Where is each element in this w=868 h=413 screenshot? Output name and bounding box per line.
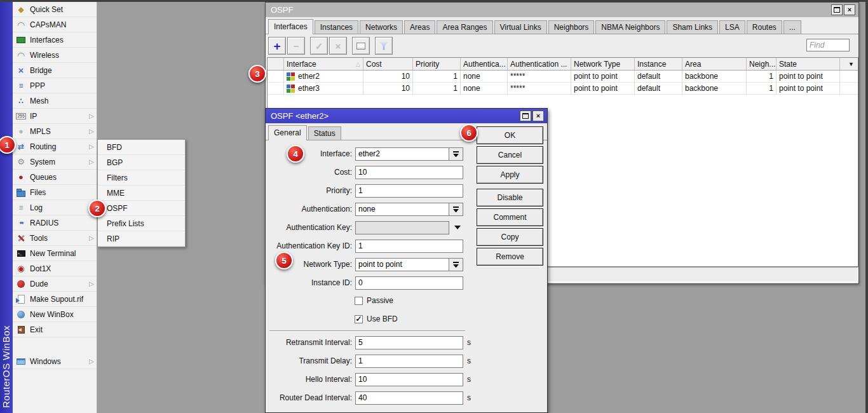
- sidebar-item-wireless[interactable]: Wireless: [13, 48, 97, 63]
- comment-button[interactable]: Comment: [477, 208, 543, 226]
- network-type-input[interactable]: [355, 258, 449, 271]
- sidebar-item-radius[interactable]: RADIUS: [13, 215, 97, 231]
- tab-areas[interactable]: Areas: [404, 20, 435, 34]
- comment-button[interactable]: [352, 37, 370, 55]
- authentication-key-id-input[interactable]: [355, 240, 463, 253]
- sidebar-item-mpls[interactable]: MPLS▷: [13, 124, 97, 139]
- authentication-input[interactable]: [355, 203, 449, 216]
- sidebar-item-dot1x[interactable]: Dot1X: [13, 261, 97, 276]
- header-instance[interactable]: Instance: [635, 58, 682, 70]
- sidebar-item-bridge[interactable]: Bridge: [13, 63, 97, 78]
- sidebar-item-capsman[interactable]: CAPsMAN: [13, 17, 97, 32]
- tab-virtual-links[interactable]: Virtual Links: [494, 20, 547, 34]
- maximize-button[interactable]: [520, 111, 531, 121]
- ospf-window-titlebar[interactable]: OSPF ×: [266, 3, 858, 17]
- tab-nbma-neighbors[interactable]: NBMA Neighbors: [595, 20, 665, 34]
- submenu-item-rip[interactable]: RIP: [98, 231, 185, 247]
- cost-input[interactable]: [355, 166, 463, 179]
- column-selector-button[interactable]: ▼: [840, 58, 857, 70]
- sidebar-item-windows[interactable]: Windows▷: [13, 354, 97, 369]
- retransmit-interval-input[interactable]: [355, 336, 463, 349]
- transmit-delay-input[interactable]: [355, 355, 463, 368]
- disable-button[interactable]: ×: [329, 37, 347, 55]
- close-button[interactable]: ×: [532, 111, 544, 121]
- interface-dropdown-button[interactable]: [449, 147, 463, 161]
- submenu-item-mme[interactable]: MME: [98, 186, 185, 201]
- field-authentication-key-id: Authentication Key ID:: [268, 239, 463, 253]
- sidebar-item-ip[interactable]: IP▷: [13, 109, 97, 124]
- hello-interval-input[interactable]: [355, 373, 463, 386]
- tab-routes[interactable]: Routes: [747, 20, 782, 34]
- sidebar-item-label: Queues: [30, 173, 57, 182]
- tab-instances[interactable]: Instances: [315, 20, 358, 34]
- tab-status[interactable]: Status: [308, 126, 341, 140]
- tab-networks[interactable]: Networks: [360, 20, 403, 34]
- use-bfd-checkbox[interactable]: [355, 315, 363, 323]
- router-dead-interval-input[interactable]: [355, 391, 463, 405]
- sidebar-item-routing[interactable]: Routing▷: [13, 139, 97, 154]
- header-priority[interactable]: Priority: [413, 58, 461, 70]
- find-input[interactable]: [806, 39, 850, 51]
- header-network-type[interactable]: Network Type: [571, 58, 635, 70]
- priority-input[interactable]: [355, 184, 463, 198]
- remove-button[interactable]: −: [287, 37, 305, 55]
- submenu-item-bfd[interactable]: BFD: [98, 140, 185, 155]
- submenu-item-filters[interactable]: Filters: [98, 170, 185, 186]
- authentication-dropdown-button[interactable]: [449, 203, 463, 216]
- enable-button[interactable]: ✓: [310, 37, 328, 55]
- sidebar-item-ppp[interactable]: PPP: [13, 78, 97, 93]
- apply-button[interactable]: Apply: [477, 166, 543, 184]
- sidebar-item-interfaces[interactable]: Interfaces: [13, 32, 97, 48]
- sidebar-item-quick-set[interactable]: Quick Set: [13, 2, 97, 17]
- add-button[interactable]: +: [268, 37, 286, 55]
- tab-more[interactable]: ...: [783, 20, 801, 34]
- tab-general[interactable]: General: [268, 125, 307, 140]
- submenu-item-ospf[interactable]: OSPF: [98, 201, 185, 216]
- dialog-titlebar[interactable]: OSPF <ether2> ×: [266, 109, 547, 123]
- tab-lsa[interactable]: LSA: [719, 20, 745, 34]
- sidebar-item-exit[interactable]: Exit: [13, 322, 97, 337]
- tab-neighbors[interactable]: Neighbors: [548, 20, 595, 34]
- table-row-ether2[interactable]: ether2 10 1 none ***** point to point de…: [268, 71, 858, 83]
- header-interface[interactable]: Interface△: [284, 58, 363, 70]
- header-cost[interactable]: Cost: [363, 58, 413, 70]
- sidebar-item-queues[interactable]: Queues: [13, 170, 97, 185]
- interface-input[interactable]: [355, 147, 449, 161]
- sidebar-item-make-supout[interactable]: Make Supout.rif: [13, 292, 97, 307]
- tab-sham-links[interactable]: Sham Links: [667, 20, 718, 34]
- header-neighbors[interactable]: Neigh...: [747, 58, 776, 70]
- header-authentication-key[interactable]: Authentication ...: [508, 58, 571, 70]
- sidebar-item-system[interactable]: System▷: [13, 154, 97, 170]
- header-state[interactable]: State: [776, 58, 840, 70]
- sidebar-item-log[interactable]: Log: [13, 200, 97, 215]
- network-type-dropdown-button[interactable]: [449, 258, 463, 271]
- copy-button[interactable]: Copy: [477, 228, 543, 246]
- disable-button[interactable]: Disable: [477, 189, 543, 207]
- cell-state: point to point: [776, 83, 840, 94]
- ok-button[interactable]: OK: [477, 126, 543, 144]
- maximize-button[interactable]: [831, 4, 843, 15]
- authentication-key-dropdown-icon[interactable]: [454, 226, 461, 229]
- sidebar-item-new-winbox[interactable]: New WinBox: [13, 307, 97, 322]
- submenu-item-label: OSPF: [107, 204, 128, 213]
- cancel-button[interactable]: Cancel: [477, 146, 543, 164]
- sidebar-item-files[interactable]: Files: [13, 185, 97, 200]
- sidebar-item-new-terminal[interactable]: New Terminal: [13, 246, 97, 261]
- passive-checkbox[interactable]: [355, 297, 363, 305]
- submenu-item-bgp[interactable]: BGP: [98, 155, 185, 170]
- cell-authentication-key: *****: [508, 83, 571, 94]
- close-button[interactable]: ×: [844, 4, 855, 15]
- sidebar-item-tools[interactable]: Tools▷: [13, 231, 97, 246]
- filter-button[interactable]: [375, 37, 393, 55]
- table-row-ether3[interactable]: ether3 10 1 none ***** point to point de…: [268, 83, 858, 95]
- remove-button[interactable]: Remove: [477, 248, 543, 266]
- tab-area-ranges[interactable]: Area Ranges: [437, 20, 492, 34]
- header-area[interactable]: Area: [682, 58, 747, 70]
- submenu-item-prefix-lists[interactable]: Prefix Lists: [98, 216, 185, 231]
- header-authentication[interactable]: Authentica...: [461, 58, 508, 70]
- sidebar-item-mesh[interactable]: Mesh: [13, 93, 97, 109]
- submenu-arrow-icon: ▷: [89, 358, 94, 365]
- sidebar-item-dude[interactable]: Dude▷: [13, 276, 97, 292]
- instance-id-input[interactable]: [355, 276, 463, 290]
- tab-interfaces[interactable]: Interfaces: [268, 19, 313, 34]
